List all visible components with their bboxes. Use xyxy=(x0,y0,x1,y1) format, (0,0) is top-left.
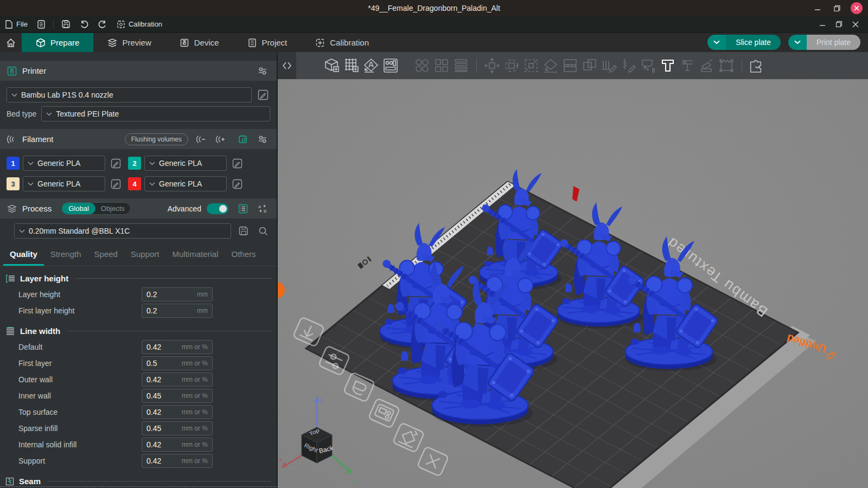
mesh-boolean-button[interactable] xyxy=(580,56,599,75)
support-painting-button[interactable] xyxy=(599,56,619,75)
filament-3-select[interactable]: Generic PLA xyxy=(23,176,105,191)
emboss-button[interactable] xyxy=(697,56,717,75)
print-dropdown-chevron[interactable] xyxy=(788,35,807,50)
tab-others[interactable]: Others xyxy=(225,245,263,266)
tab-strength[interactable]: Strength xyxy=(44,245,88,266)
split-to-parts-button[interactable] xyxy=(432,56,451,75)
process-preset-select[interactable]: 0.20mm Standard @BBL X1C xyxy=(14,223,231,239)
arrange-button[interactable] xyxy=(381,56,400,75)
filament-3-swatch[interactable]: 3 xyxy=(7,177,20,190)
process-section-header: Process Global Objects Advanced AB xyxy=(0,198,277,219)
tab-quality[interactable]: Quality xyxy=(3,245,44,266)
printer-settings-button[interactable] xyxy=(256,64,270,78)
scene-3d[interactable]: Bambu Textured Untitled xyxy=(278,79,868,488)
tab-device[interactable]: Device xyxy=(165,33,233,52)
tab-multimaterial[interactable]: Multimaterial xyxy=(166,245,225,266)
tab-support[interactable]: Support xyxy=(124,245,166,266)
line-width-default-input[interactable]: 0.42mm or % xyxy=(142,340,213,354)
auto-orient-button[interactable] xyxy=(361,56,381,75)
tab-preview[interactable]: Preview xyxy=(93,33,165,52)
bed-type-select[interactable]: Textured PEI Plate xyxy=(41,106,270,121)
scope-objects[interactable]: Objects xyxy=(95,203,130,214)
tab-calibration[interactable]: Calibration xyxy=(301,33,383,52)
add-plate-button[interactable] xyxy=(342,56,361,75)
rotate-button[interactable] xyxy=(502,56,521,75)
cut-button[interactable] xyxy=(560,56,580,75)
notes-menu[interactable] xyxy=(33,16,50,32)
edit-filament-4-button[interactable] xyxy=(230,177,244,191)
line-width-internal-solid-input[interactable]: 0.42mm or % xyxy=(142,438,213,452)
app-close-button[interactable] xyxy=(847,16,864,32)
add-filament-button[interactable] xyxy=(213,132,227,146)
process-scope-toggle[interactable]: Global Objects xyxy=(61,202,131,215)
axis-z-label: z xyxy=(319,396,323,404)
filament-2-swatch[interactable]: 2 xyxy=(128,157,141,170)
svg-text:A: A xyxy=(258,204,261,209)
os-maximize-button[interactable] xyxy=(831,2,843,14)
filament-1-select[interactable]: Generic PLA xyxy=(23,156,105,171)
move-button[interactable] xyxy=(482,56,502,75)
line-width-sparse-infill-input[interactable]: 0.45mm or % xyxy=(142,421,213,435)
file-menu[interactable]: File xyxy=(0,16,33,32)
color-painting-button[interactable] xyxy=(639,56,658,75)
calibration-menu[interactable]: Calibration xyxy=(112,16,167,32)
first-layer-height-input[interactable]: 0.2mm xyxy=(142,304,213,318)
filament-settings-button[interactable] xyxy=(256,132,270,146)
prepare-icon xyxy=(36,38,46,48)
layer-height-input[interactable]: 0.2mm xyxy=(142,287,213,301)
scope-global[interactable]: Global xyxy=(62,203,95,214)
edit-filament-1-button[interactable] xyxy=(108,156,123,170)
os-minimize-button[interactable] xyxy=(812,2,824,14)
print-plate-button[interactable]: Print plate xyxy=(788,35,860,50)
app-maximize-button[interactable] xyxy=(831,16,847,32)
viewport-3d[interactable]: Bambu Textured Untitled xyxy=(278,52,868,488)
save-button[interactable] xyxy=(57,16,75,32)
flushing-volumes-button[interactable]: Flushing volumes xyxy=(125,133,188,145)
seam-painting-button[interactable] xyxy=(619,56,639,75)
slice-plate-button[interactable]: Slice plate xyxy=(707,35,781,50)
scale-button[interactable] xyxy=(521,56,541,75)
edit-filament-2-button[interactable] xyxy=(230,156,244,170)
line-width-support-input[interactable]: 0.42mm or % xyxy=(142,454,213,468)
text-tool-button[interactable] xyxy=(658,56,678,75)
filament-4-swatch[interactable]: 4 xyxy=(128,177,141,190)
line-width-inner-wall-input[interactable]: 0.45mm or % xyxy=(142,389,213,403)
assemble-button[interactable] xyxy=(748,56,767,75)
chevron-down-icon xyxy=(149,162,155,165)
collapse-sidebar-button[interactable] xyxy=(278,52,296,79)
save-preset-button[interactable] xyxy=(237,224,251,238)
edit-filament-3-button[interactable] xyxy=(108,177,123,191)
slice-dropdown-chevron[interactable] xyxy=(707,35,726,50)
remove-filament-button[interactable] xyxy=(194,132,208,146)
filament-4-select[interactable]: Generic PLA xyxy=(144,176,227,191)
home-icon xyxy=(6,38,16,48)
process-list-button[interactable] xyxy=(236,202,250,216)
lay-on-face-button[interactable] xyxy=(541,56,560,75)
printer-preset-select[interactable]: Bambu Lab P1S 0.4 nozzle xyxy=(7,87,252,102)
tab-prepare[interactable]: Prepare xyxy=(22,33,93,52)
undo-button[interactable] xyxy=(75,16,93,32)
edit-printer-button[interactable] xyxy=(256,88,270,102)
filament-2-select[interactable]: Generic PLA xyxy=(144,156,227,171)
advanced-toggle[interactable] xyxy=(207,203,228,214)
line-width-top-surface-input[interactable]: 0.42mm or % xyxy=(142,405,213,419)
home-button[interactable] xyxy=(0,33,22,52)
redo-button[interactable] xyxy=(93,16,112,32)
filament-1-swatch[interactable]: 1 xyxy=(7,157,20,170)
split-to-objects-button[interactable] xyxy=(412,56,432,75)
add-object-button[interactable] xyxy=(322,56,342,75)
sidebar: Printer Bambu Lab P1S 0.4 nozzle Bed typ… xyxy=(0,52,277,488)
measure-button[interactable] xyxy=(678,56,697,75)
compare-presets-button[interactable]: AB xyxy=(256,202,270,216)
tab-project[interactable]: Project xyxy=(233,33,302,52)
app-minimize-button[interactable] xyxy=(814,16,831,32)
ams-sync-button[interactable] xyxy=(236,132,250,146)
tab-speed[interactable]: Speed xyxy=(88,245,124,266)
fuzzy-skin-button[interactable] xyxy=(717,56,736,75)
notes-icon xyxy=(37,20,45,29)
line-width-first-layer-input[interactable]: 0.5mm or % xyxy=(142,356,213,370)
line-width-outer-wall-input[interactable]: 0.42mm or % xyxy=(142,373,213,387)
os-close-button[interactable] xyxy=(851,2,863,14)
variable-layer-height-button[interactable] xyxy=(451,56,471,75)
search-preset-button[interactable] xyxy=(256,224,270,238)
